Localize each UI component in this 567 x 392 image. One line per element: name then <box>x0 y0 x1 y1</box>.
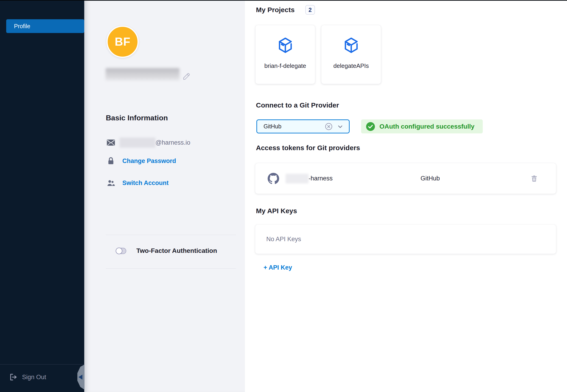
email-row: @harness.io <box>106 138 190 148</box>
cube-icon <box>276 36 295 55</box>
clear-selection-icon[interactable] <box>325 122 333 131</box>
two-factor-label: Two-Factor Authentication <box>136 247 217 254</box>
user-name-redacted <box>105 68 179 81</box>
two-factor-toggle[interactable] <box>116 248 126 254</box>
cube-icon <box>342 36 361 55</box>
token-username-suffix: -harness <box>309 175 333 182</box>
email-domain: @harness.io <box>155 139 190 146</box>
avatar-initials: BF <box>115 35 131 48</box>
add-api-key-button[interactable]: + API Key <box>264 264 292 271</box>
envelope-icon <box>106 138 116 147</box>
change-password-link[interactable]: Change Password <box>122 157 176 165</box>
sidebar-item-profile[interactable]: Profile <box>6 19 84 33</box>
git-provider-select[interactable]: GitHub <box>256 119 350 133</box>
sidebar-item-profile-label: Profile <box>14 23 30 29</box>
edit-name-pencil-icon[interactable] <box>182 72 191 81</box>
access-token-row: -harness GitHub <box>255 163 556 194</box>
trash-icon[interactable] <box>530 174 538 183</box>
avatar: BF <box>106 26 139 58</box>
lock-icon <box>106 156 116 166</box>
toggle-knob <box>116 248 122 254</box>
basic-information-heading: Basic Information <box>106 114 168 122</box>
check-circle-icon <box>366 122 375 131</box>
email-local-part-redacted <box>119 138 155 148</box>
sign-out-label: Sign Out <box>22 374 46 381</box>
collapse-arrow-icon <box>78 375 82 380</box>
sign-out-icon <box>9 373 18 382</box>
switch-account-row: Switch Account <box>106 178 169 187</box>
git-provider-heading: Connect to a Git Provider <box>256 101 339 109</box>
project-card[interactable]: delegateAPIs <box>321 25 381 84</box>
my-projects-heading: My Projects <box>256 6 295 14</box>
project-name: delegateAPIs <box>333 62 369 70</box>
chevron-down-icon[interactable] <box>336 122 344 131</box>
switch-account-link[interactable]: Switch Account <box>122 180 169 187</box>
profile-panel: BF Basic Information @harness.io Change … <box>84 0 245 392</box>
access-tokens-heading: Access tokens for Git providers <box>256 144 360 152</box>
change-password-row: Change Password <box>106 156 176 166</box>
api-keys-empty-card: No API Keys <box>255 225 556 254</box>
sidebar-footer-divider <box>0 364 84 364</box>
token-provider: GitHub <box>420 175 440 182</box>
my-api-keys-heading: My API Keys <box>256 207 297 215</box>
divider <box>106 268 236 269</box>
project-name: brian-f-delegate <box>264 62 306 70</box>
projects-count-badge: 2 <box>305 5 315 15</box>
github-mark-icon <box>268 173 279 184</box>
oauth-status-pill: OAuth configured successfully <box>361 119 483 133</box>
git-provider-selected-value: GitHub <box>264 123 325 130</box>
project-card[interactable]: brian-f-delegate <box>255 25 315 84</box>
oauth-status-text: OAuth configured successfully <box>379 123 475 130</box>
window-top-edge <box>0 0 567 1</box>
sidebar: Profile Sign Out <box>0 0 84 392</box>
api-keys-empty-text: No API Keys <box>266 236 301 243</box>
two-factor-row: Two-Factor Authentication <box>116 247 217 254</box>
divider <box>106 235 236 235</box>
sign-out-button[interactable]: Sign Out <box>9 372 46 382</box>
token-username-redacted <box>285 174 309 183</box>
users-icon <box>106 178 116 187</box>
main-content: My Projects 2 brian-f-delegate delegateA… <box>245 0 567 392</box>
